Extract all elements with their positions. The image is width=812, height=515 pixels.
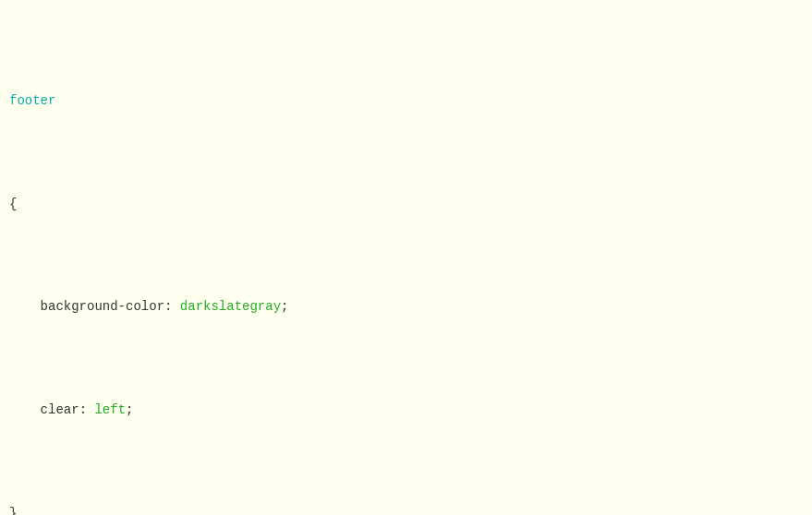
line-5: }	[9, 503, 803, 515]
val-left-1: left	[94, 402, 126, 417]
footer-selector: footer	[9, 93, 55, 108]
val-darkslategray: darkslategray	[180, 299, 281, 314]
prop-bg-color: background-color	[41, 299, 164, 314]
code-editor: footer { background-color: darkslategray…	[0, 4, 812, 515]
line-4: clear: left;	[9, 400, 803, 420]
line-1: footer	[9, 90, 803, 111]
brace-open-1: {	[9, 197, 17, 211]
brace-close-1: }	[9, 506, 17, 515]
line-2: {	[9, 194, 803, 214]
prop-clear: clear	[41, 402, 79, 417]
line-3: background-color: darkslategray;	[9, 296, 803, 317]
